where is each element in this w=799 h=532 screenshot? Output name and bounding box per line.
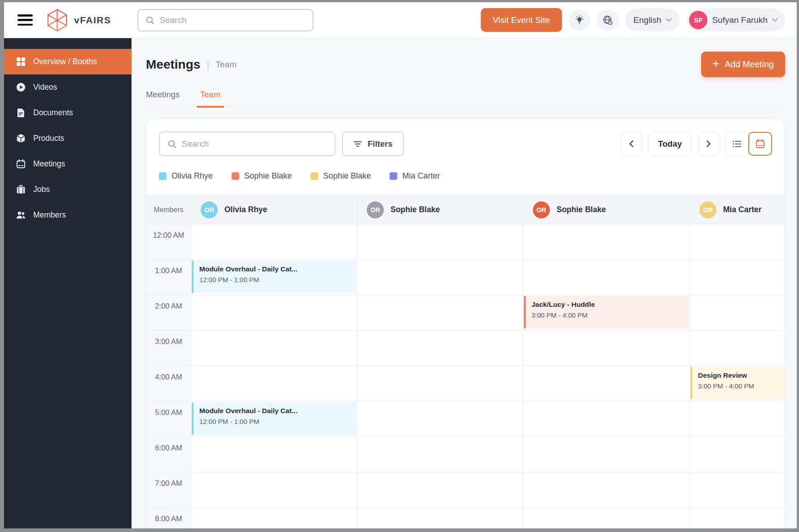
tab-team[interactable]: Team (200, 90, 220, 106)
next-day-button[interactable] (698, 132, 719, 156)
calendar-cell[interactable] (357, 472, 523, 508)
calendar-cell[interactable] (191, 224, 357, 260)
legend-swatch (311, 172, 318, 180)
calendar-cell[interactable]: Module Overhaul - Daily Cat...12:00 PM -… (191, 401, 357, 437)
document-icon (16, 108, 26, 118)
calendar-cell[interactable] (191, 366, 357, 401)
legend-label: Sophie Blake (244, 171, 292, 181)
calendar-cell[interactable] (523, 224, 689, 260)
calendar-cell[interactable]: Module Overhaul - Daily Cat...12:00 PM -… (191, 260, 357, 295)
add-meeting-button[interactable]: + Add Meeting (701, 52, 785, 77)
team-calendar: Members OROlivia RhyeORSophie BlakeORSop… (146, 195, 785, 528)
sidebar-item-overview-booths[interactable]: Overview / Booths (4, 49, 132, 74)
timezone-globe-button[interactable] (597, 9, 619, 31)
language-selector[interactable]: English (625, 9, 680, 31)
add-meeting-label: Add Meeting (725, 59, 774, 70)
today-button[interactable]: Today (648, 132, 692, 156)
calendar-cell[interactable] (191, 295, 357, 331)
calendar-cell[interactable] (523, 366, 689, 401)
member-column-header: ORSophie Blake (357, 196, 523, 224)
vfairs-logo-icon (46, 9, 68, 32)
calendar-cell[interactable] (191, 508, 357, 528)
sidebar-item-meetings[interactable]: Meetings (4, 151, 132, 177)
sidebar-item-label: Meetings (33, 159, 65, 169)
language-label: English (633, 15, 661, 25)
calendar-view-button[interactable] (748, 132, 772, 156)
member-legend: Olivia RhyeSophie BlakeSophie BlakeMia C… (146, 156, 785, 181)
global-search[interactable] (137, 9, 313, 31)
calendar-cell[interactable] (523, 260, 689, 295)
calendar-cell[interactable] (689, 331, 785, 366)
legend-item-sophie-blake: Sophie Blake (232, 171, 292, 181)
calendar-cell[interactable] (357, 508, 523, 528)
time-label: 5:00 AM (146, 401, 191, 437)
calendar-cell[interactable] (357, 260, 523, 295)
calendar-body: 12:00 AM1:00 AMModule Overhaul - Daily C… (146, 224, 785, 528)
calendar-cell[interactable] (523, 401, 689, 437)
calendar-cell[interactable] (689, 295, 785, 331)
calendar-toolbar: Filters Today (146, 119, 785, 156)
filters-button[interactable]: Filters (342, 131, 404, 156)
member-avatar: OR (533, 201, 550, 218)
calendar-cell[interactable] (689, 508, 785, 528)
calendar-search-input[interactable] (182, 139, 327, 149)
sidebar-item-products[interactable]: Products (4, 126, 132, 151)
visit-event-site-button[interactable]: Visit Event Site (481, 8, 562, 32)
tab-meetings[interactable]: Meetings (146, 90, 180, 106)
calendar-cell[interactable] (523, 437, 689, 472)
user-name: Sufyan Farukh (712, 15, 768, 25)
calendar-cell[interactable] (357, 224, 523, 260)
calendar-cell[interactable] (191, 331, 357, 366)
sidebar-item-label: Jobs (33, 185, 50, 194)
calendar-cell[interactable]: Design Review3:00 PM - 4:00 PM (689, 366, 785, 401)
calendar-row: 5:00 AMModule Overhaul - Daily Cat...12:… (146, 401, 785, 437)
calendar-cell[interactable] (357, 295, 523, 331)
calendar-row: 3:00 AM (146, 331, 785, 366)
calendar-cell[interactable] (357, 331, 523, 366)
calendar-cell[interactable] (689, 401, 785, 437)
calendar-cell[interactable]: Jack/Lucy - Huddle3:00 PM - 4:00 PM (523, 295, 689, 331)
hamburger-menu-icon[interactable] (18, 14, 33, 26)
calendar-cell[interactable] (689, 260, 785, 295)
calendar-cell[interactable] (191, 437, 357, 472)
event-card[interactable]: Jack/Lucy - Huddle3:00 PM - 4:00 PM (524, 296, 689, 328)
calendar-cell[interactable] (689, 437, 785, 472)
idea-lightbulb-button[interactable] (569, 9, 590, 31)
time-label: 2:00 AM (146, 295, 191, 331)
sidebar-item-label: Products (33, 134, 64, 143)
vfairs-logo: vFAIRS (46, 9, 111, 32)
calendar-cell[interactable] (523, 331, 689, 366)
calendar-cell[interactable] (357, 437, 523, 472)
calendar-cell[interactable] (357, 366, 523, 401)
previous-day-button[interactable] (621, 132, 642, 156)
event-card[interactable]: Design Review3:00 PM - 4:00 PM (690, 367, 784, 399)
member-avatar: OR (201, 201, 218, 218)
time-label: 12:00 AM (146, 224, 191, 260)
sidebar-item-label: Videos (33, 83, 57, 92)
sidebar-item-jobs[interactable]: Jobs (4, 177, 132, 202)
member-name: Mia Carter (723, 205, 762, 214)
calendar-cell[interactable] (523, 472, 689, 508)
sidebar-item-videos[interactable]: Videos (4, 74, 132, 100)
event-card[interactable]: Module Overhaul - Daily Cat...12:00 PM -… (192, 402, 356, 435)
sidebar: Overview / BoothsVideosDocumentsProducts… (4, 38, 132, 528)
list-view-button[interactable] (725, 132, 748, 156)
time-label: 4:00 AM (146, 366, 191, 401)
global-search-input[interactable] (160, 15, 305, 25)
calendar-cell[interactable] (357, 401, 523, 437)
calendar-row: 8:00 AM (146, 508, 785, 528)
calendar-cell[interactable] (689, 224, 785, 260)
search-icon (145, 16, 154, 25)
calendar-cell[interactable] (689, 472, 785, 508)
chevron-down-icon (666, 18, 672, 22)
calendar-cell[interactable] (523, 508, 689, 528)
user-menu[interactable]: SF Sufyan Farukh (686, 9, 785, 31)
topbar-actions: Visit Event Site English SF Sufyan Faruk… (481, 8, 785, 32)
sidebar-item-members[interactable]: Members (4, 202, 132, 228)
sidebar-item-documents[interactable]: Documents (4, 100, 132, 126)
legend-item-mia-carter: Mia Carter (390, 171, 440, 181)
tab-bar: MeetingsTeam (146, 90, 785, 107)
calendar-cell[interactable] (191, 472, 357, 508)
calendar-search[interactable] (159, 131, 335, 156)
event-card[interactable]: Module Overhaul - Daily Cat...12:00 PM -… (192, 261, 356, 293)
